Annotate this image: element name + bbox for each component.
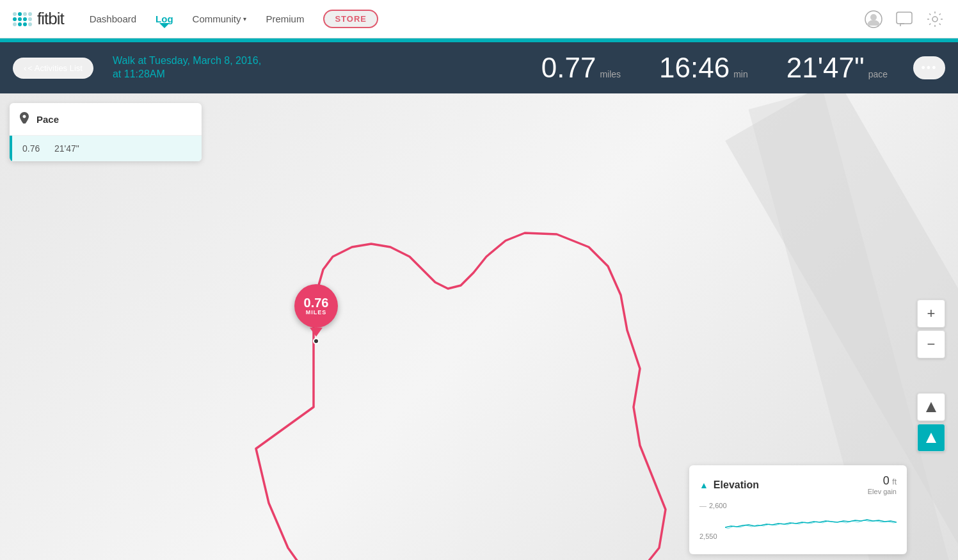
pin-value: 0.76 <box>304 296 329 309</box>
location-pin-icon <box>20 112 29 126</box>
svg-point-3 <box>932 17 938 22</box>
distance-unit: miles <box>600 69 621 79</box>
messages-icon[interactable] <box>894 9 914 29</box>
settings-icon[interactable] <box>925 9 945 29</box>
more-options-button[interactable]: ••• <box>913 56 945 79</box>
pace-value: 21'47" <box>786 54 865 82</box>
activities-list-button[interactable]: ‹ < Activities List <box>13 58 93 79</box>
pace-card: Pace 0.76 21'47" <box>10 103 202 161</box>
pin-tail <box>310 328 323 337</box>
nav-links: Dashboard Log Community ▾ Premium STORE <box>90 10 863 28</box>
user-profile-icon[interactable] <box>863 9 884 29</box>
elevation-gain-unit: ft <box>892 477 897 486</box>
map-type-controls <box>917 393 945 452</box>
activity-stats: 0.77 miles 16:46 min 21'47" pace <box>541 54 888 82</box>
duration-value: 16:46 <box>659 54 730 82</box>
pin-label: MILES <box>306 309 327 316</box>
nav-dashboard[interactable]: Dashboard <box>90 13 136 24</box>
back-arrow-icon: ‹ <box>24 63 26 73</box>
duration-unit: min <box>733 69 748 79</box>
zoom-controls: + − <box>917 300 945 358</box>
elevation-header: ▲ Elevation 0 ft Elev gain <box>699 474 897 495</box>
elevation-title-group: ▲ Elevation <box>699 479 759 491</box>
map-container: Pace 0.76 21'47" 0.76 MILES + − <box>0 93 958 560</box>
svg-marker-4 <box>926 402 936 412</box>
dropdown-arrow-icon: ▾ <box>243 15 246 22</box>
terrain-view-button[interactable] <box>917 393 945 421</box>
activity-title-text: Walk at Tuesday, March 8, 2016, at 11:28… <box>113 54 541 81</box>
elevation-icon: ▲ <box>699 480 708 490</box>
duration-stat: 16:46 min <box>659 54 748 82</box>
map-pin-marker: 0.76 MILES <box>294 284 338 344</box>
nav-icon-group <box>863 9 945 29</box>
pace-unit: pace <box>868 69 888 79</box>
elevation-title: Elevation <box>714 479 759 491</box>
nav-premium[interactable]: Premium <box>266 13 304 24</box>
svg-rect-2 <box>897 12 912 24</box>
activity-title: Walk at Tuesday, March 8, 2016, at 11:28… <box>113 54 541 81</box>
pin-circle: 0.76 MILES <box>294 284 338 328</box>
satellite-view-button[interactable] <box>917 424 945 452</box>
log-active-indicator <box>159 23 170 28</box>
distance-value: 0.77 <box>541 54 596 82</box>
pace-stat: 21'47" pace <box>786 54 888 82</box>
elev-y-top: —2,600 <box>699 502 727 509</box>
zoom-in-button[interactable]: + <box>917 300 945 328</box>
pin-dot <box>313 338 319 344</box>
pace-card-title: Pace <box>36 114 59 125</box>
pace-miles: 0.76 <box>22 143 54 154</box>
elevation-gain-value: 0 <box>883 474 890 487</box>
zoom-out-button[interactable]: − <box>917 330 945 358</box>
nav-community[interactable]: Community ▾ <box>193 13 247 24</box>
store-button[interactable]: STORE <box>323 10 378 28</box>
logo[interactable]: fitbit <box>13 9 64 29</box>
logo-dots <box>13 12 32 26</box>
svg-point-1 <box>870 14 877 20</box>
elevation-chart-line <box>725 508 897 540</box>
elevation-gain-group: 0 ft Elev gain <box>868 474 897 495</box>
activity-header: ‹ < Activities List Walk at Tuesday, Mar… <box>0 42 958 93</box>
elevation-chart: —2,600 2,550 <box>699 502 897 547</box>
elevation-gain-label: Elev gain <box>868 488 897 495</box>
elevation-card: ▲ Elevation 0 ft Elev gain —2,600 2,550 <box>689 465 907 554</box>
pace-data-row: 0.76 21'47" <box>10 136 202 161</box>
svg-marker-5 <box>926 433 936 443</box>
distance-stat: 0.77 miles <box>541 54 621 82</box>
pace-time: 21'47" <box>54 143 79 154</box>
pace-card-header: Pace <box>10 103 202 136</box>
elev-y-bottom: 2,550 <box>699 532 717 540</box>
logo-text: fitbit <box>37 9 64 29</box>
top-navigation: fitbit Dashboard Log Community ▾ Premium… <box>0 0 958 38</box>
